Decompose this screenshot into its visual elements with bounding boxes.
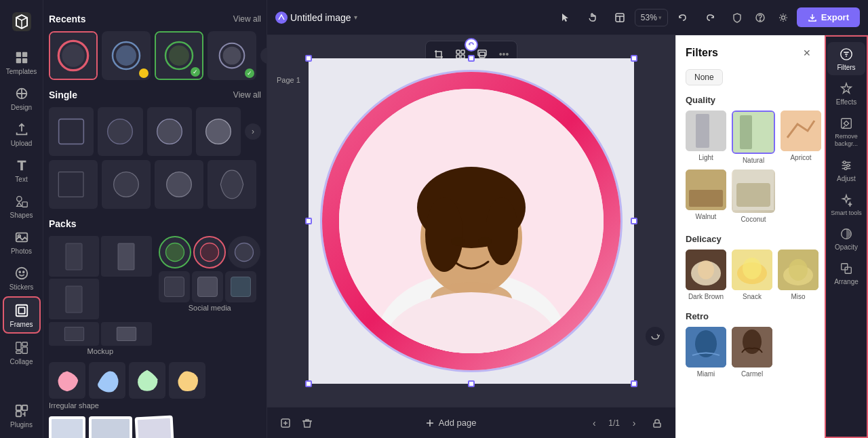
handle-mid-left[interactable] [305, 218, 312, 224]
zoom-control[interactable]: 53% ▾ [635, 9, 668, 26]
single-frame-6[interactable] [102, 160, 151, 209]
doc-title[interactable]: Untitled image ▾ [275, 12, 357, 24]
single-frame-1[interactable] [49, 107, 94, 156]
single-frame-3[interactable] [147, 107, 192, 156]
handle-top-right[interactable] [631, 55, 637, 62]
recent-item-3[interactable] [155, 31, 203, 80]
redo-btn[interactable] [698, 8, 722, 27]
export-button[interactable]: Export [797, 7, 860, 27]
selected-element[interactable] [309, 58, 634, 384]
filter-light[interactable]: Light [686, 111, 726, 164]
polaroid-3[interactable] [135, 416, 175, 438]
retro-section-title: Retro [686, 311, 815, 321]
lock-icon-btn[interactable] [648, 414, 666, 432]
filters-close-btn[interactable]: ✕ [799, 45, 815, 61]
filter-miami[interactable]: Miami [686, 327, 726, 378]
filter-snack[interactable]: Snack [732, 250, 772, 300]
svg-point-27 [169, 45, 189, 66]
sidebar-item-text-label: Text [15, 176, 27, 183]
rotate-handle[interactable] [465, 38, 478, 52]
filter-miso[interactable]: Miso [778, 250, 818, 300]
right-sidebar-remove-bg[interactable]: Remove backgr... [827, 111, 865, 152]
hand-tool[interactable] [580, 8, 605, 27]
social-item-1[interactable] [159, 236, 191, 268]
mockup-item-2[interactable] [101, 236, 151, 277]
prev-page-btn[interactable]: ‹ [585, 414, 603, 432]
redo-icon [705, 12, 715, 23]
right-sidebar-adjust[interactable]: Adjust [827, 153, 865, 186]
filters-none-btn[interactable]: None [686, 69, 723, 85]
single-frame-4[interactable] [196, 107, 241, 156]
single-frame-8[interactable] [208, 160, 256, 209]
sidebar-item-upload[interactable]: Upload [3, 117, 41, 151]
sidebar-item-plugins[interactable]: Plugins [3, 398, 41, 437]
pointer-tool[interactable] [553, 8, 578, 27]
single-view-all[interactable]: View all [233, 90, 261, 100]
help-icon-btn[interactable] [728, 8, 747, 27]
irreg-3[interactable] [129, 362, 165, 399]
handle-mid-right[interactable] [631, 218, 637, 224]
sidebar-item-templates[interactable]: Templates [3, 45, 41, 79]
polaroid-1[interactable] [49, 416, 85, 438]
mockup-item-4[interactable] [49, 322, 99, 346]
svg-rect-80 [736, 183, 770, 207]
social-item-6[interactable] [225, 271, 256, 302]
polaroid-2[interactable] [89, 416, 132, 438]
single-frame-5[interactable] [49, 160, 98, 209]
settings-icon-btn[interactable] [774, 8, 793, 27]
sidebar-item-shapes[interactable]: Shapes [3, 188, 41, 223]
filter-dark-brown[interactable]: Dark Brown [686, 250, 726, 300]
social-item-2[interactable] [193, 236, 226, 268]
mockup-item-3[interactable] [49, 279, 99, 319]
right-sidebar-smart-tools[interactable]: Smart tools [827, 188, 865, 221]
page-add-icon[interactable] [277, 414, 294, 432]
single-next-arrow[interactable]: › [245, 123, 261, 140]
trash-icon-btn[interactable] [298, 414, 316, 432]
undo-btn[interactable] [671, 8, 695, 27]
handle-top-mid[interactable] [468, 55, 475, 62]
social-item-5[interactable] [192, 271, 223, 302]
polaroids-section: Polaroids and photo frames [49, 416, 261, 438]
sidebar-item-stickers[interactable]: Stickers [3, 260, 41, 295]
social-item-4[interactable] [159, 271, 190, 302]
irreg-4[interactable] [169, 362, 205, 399]
irreg-2[interactable] [89, 362, 125, 399]
filter-carmel[interactable]: Carmel [732, 327, 772, 378]
handle-top-left[interactable] [305, 55, 312, 62]
sidebar-item-text[interactable]: Text [3, 153, 41, 187]
right-sidebar-effects[interactable]: Effects [827, 77, 865, 110]
handle-bottom-mid[interactable] [468, 380, 475, 387]
sidebar-item-photos[interactable]: Photos [3, 224, 41, 259]
sidebar-item-frames[interactable]: Frames [3, 296, 41, 334]
right-sidebar-filters[interactable]: Filters [827, 42, 865, 75]
single-frame-7[interactable] [155, 160, 203, 209]
handle-bottom-left[interactable] [305, 380, 312, 387]
filter-walnut[interactable]: Walnut [686, 170, 726, 223]
social-item-3[interactable] [228, 236, 260, 268]
add-page-btn[interactable]: Add page [418, 414, 484, 431]
single-frame-2[interactable] [98, 107, 142, 156]
irreg-1[interactable] [49, 362, 85, 399]
bottom-bar-center: Add page [321, 414, 580, 431]
recent-item-1[interactable] [49, 31, 98, 80]
handle-bottom-right[interactable] [631, 380, 637, 387]
layout-tool[interactable] [608, 8, 632, 27]
next-page-btn[interactable]: › [625, 414, 643, 432]
recents-view-all[interactable]: View all [233, 14, 261, 24]
recent-item-4[interactable] [208, 31, 256, 80]
svg-point-89 [789, 259, 808, 281]
sidebar-item-design[interactable]: Design [3, 81, 41, 115]
recent-item-2[interactable] [102, 31, 151, 80]
recents-next-arrow[interactable]: › [260, 47, 267, 64]
right-sidebar-arrange[interactable]: Arrange [827, 256, 865, 290]
question-icon-btn[interactable] [751, 8, 770, 27]
circle-frame[interactable] [322, 72, 620, 370]
refresh-btn[interactable] [646, 327, 665, 346]
right-sidebar-opacity[interactable]: Opacity [827, 222, 865, 255]
filter-natural[interactable]: Natural [732, 111, 775, 164]
sidebar-item-collage[interactable]: Collage [3, 335, 41, 370]
mockup-item-1[interactable] [49, 236, 99, 277]
filter-apricot[interactable]: Apricot [781, 111, 821, 164]
mockup-item-5[interactable] [101, 322, 151, 346]
filter-coconut[interactable]: Coconut [732, 170, 775, 223]
